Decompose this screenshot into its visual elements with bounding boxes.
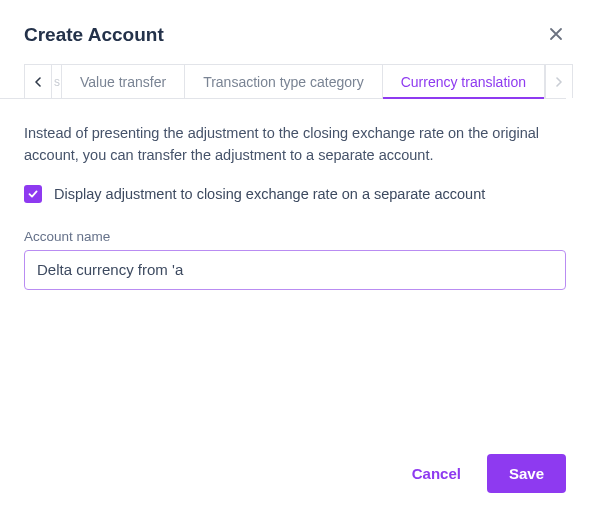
tab-label: Currency translation: [401, 74, 526, 90]
tab-currency-translation[interactable]: Currency translation: [383, 64, 545, 98]
create-account-dialog: Create Account s Value transfer Transact…: [0, 0, 590, 507]
tab-scroll-right-button[interactable]: [545, 64, 573, 98]
account-name-input[interactable]: [24, 250, 566, 290]
dialog-header: Create Account: [0, 24, 590, 64]
tab-label: Transaction type category: [203, 74, 364, 90]
tab-value-transfer[interactable]: Value transfer: [62, 64, 185, 98]
save-button[interactable]: Save: [487, 454, 566, 493]
tab-scroll-left-button[interactable]: [24, 64, 52, 98]
close-button[interactable]: [546, 24, 566, 44]
display-adjustment-checkbox-row: Display adjustment to closing exchange r…: [24, 185, 566, 203]
tab-label: Value transfer: [80, 74, 166, 90]
tabs-list: Value transfer Transaction type category…: [62, 64, 545, 98]
chevron-right-icon: [555, 77, 563, 87]
dialog-footer: Cancel Save: [406, 454, 566, 493]
tabs-row: s Value transfer Transaction type catego…: [0, 64, 566, 99]
tab-overflow-previous[interactable]: s: [52, 64, 62, 98]
display-adjustment-checkbox-label: Display adjustment to closing exchange r…: [54, 186, 485, 202]
account-name-label: Account name: [24, 229, 566, 244]
tab-description: Instead of presenting the adjustment to …: [24, 123, 566, 167]
chevron-left-icon: [34, 77, 42, 87]
dialog-title: Create Account: [24, 24, 164, 46]
close-icon: [548, 26, 564, 42]
check-icon: [27, 188, 39, 200]
display-adjustment-checkbox[interactable]: [24, 185, 42, 203]
cancel-button[interactable]: Cancel: [406, 455, 467, 492]
dialog-body: Instead of presenting the adjustment to …: [0, 99, 590, 290]
tab-transaction-type-category[interactable]: Transaction type category: [185, 64, 383, 98]
